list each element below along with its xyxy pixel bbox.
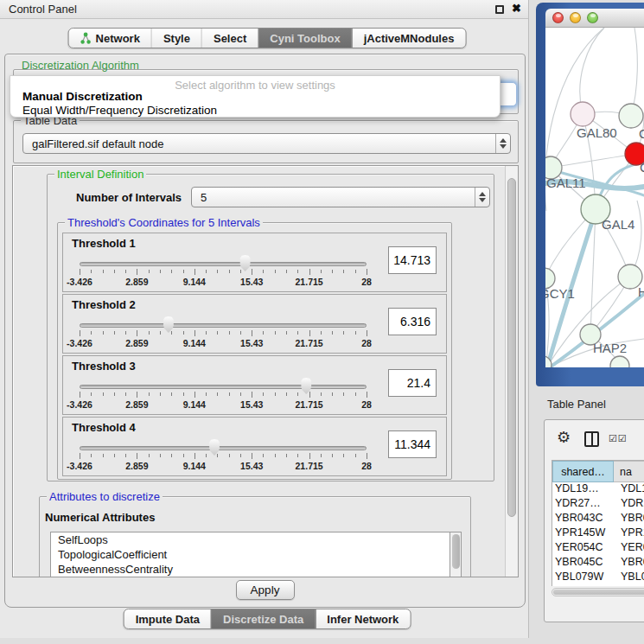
table-panel-title: Table Panel xyxy=(547,398,606,411)
slider-track[interactable] xyxy=(80,446,367,450)
close-icon[interactable]: ✖ xyxy=(512,2,521,15)
apply-button[interactable]: Apply xyxy=(236,580,295,600)
slider-track[interactable] xyxy=(80,323,367,328)
threshold-value-field[interactable]: 11.344 xyxy=(388,430,437,458)
cyni-toolbox-panel: Discretization Algorithm Select algorith… xyxy=(4,54,526,608)
tab-style[interactable]: Style xyxy=(151,29,201,48)
slider-tick xyxy=(309,269,310,275)
slider-tick xyxy=(149,270,150,273)
attribute-list-item[interactable]: BetweennessCentrality xyxy=(51,562,450,577)
tab-impute-data[interactable]: Impute Data xyxy=(124,609,211,628)
table-row[interactable]: YER054CYER0 xyxy=(552,541,644,556)
table-row[interactable]: YPR145WYPR1 xyxy=(552,526,644,541)
slider-tick xyxy=(91,331,92,335)
threshold-value-field[interactable]: 14.713 xyxy=(388,246,437,274)
attributes-list-scrollbar[interactable] xyxy=(450,532,462,577)
slider-tick xyxy=(367,453,367,459)
number-of-intervals-combobox[interactable]: 5 xyxy=(191,187,490,207)
algorithm-option-manual[interactable]: Manual Discretization xyxy=(22,90,143,103)
attributes-group: Attributes to discretize Numerical Attri… xyxy=(39,496,471,577)
numerical-attributes-label: Numerical Attributes xyxy=(45,511,155,524)
select-columns-icon[interactable] xyxy=(584,431,599,447)
slider-tick xyxy=(240,454,241,457)
slider-tick-label: 9.144 xyxy=(183,461,206,471)
gear-icon[interactable]: ⚙ xyxy=(557,430,571,445)
table-row[interactable]: YBR043CYBR0 xyxy=(552,512,644,526)
node-clipped-top-right[interactable] xyxy=(619,104,643,128)
slider-track[interactable] xyxy=(80,262,367,266)
table-row[interactable]: YBL079WYBL0 xyxy=(552,571,644,585)
network-canvas[interactable]: GAL80 GA C GAL11 GAL4 GCY1 H HAP2 xyxy=(545,28,644,367)
network-window-titlebar[interactable] xyxy=(545,9,644,28)
slider-tick xyxy=(332,392,333,396)
slider-tick-label: 21.715 xyxy=(296,399,323,410)
table-data-combobox[interactable]: galFiltered.sif default node xyxy=(22,133,511,154)
algorithm-option-equal-width[interactable]: Equal Width/Frequency Discretization xyxy=(22,104,217,117)
slider-tick xyxy=(367,330,367,336)
table-cell-name: YPR1 xyxy=(614,526,644,541)
slider-tick xyxy=(309,330,310,336)
slider-tick-label: -3.426 xyxy=(67,461,92,471)
close-traffic-light[interactable] xyxy=(552,12,564,23)
scrollbar-thumb[interactable] xyxy=(507,178,516,517)
table-row[interactable]: YBR045CYBR0 xyxy=(552,556,644,571)
zoom-traffic-light[interactable] xyxy=(587,12,598,23)
attribute-list-item[interactable]: TopologicalCoefficient xyxy=(51,547,450,562)
column-header-shared-name[interactable]: shared… xyxy=(552,461,614,482)
numerical-attributes-list[interactable]: SelfLoopsTopologicalCoefficientBetweenne… xyxy=(50,532,450,577)
scrollbar-thumb[interactable] xyxy=(452,534,460,569)
slider-tick xyxy=(171,331,172,335)
slider-tick-label: 15.43 xyxy=(240,338,263,348)
show-all-columns-icon[interactable]: ☑☑ xyxy=(609,433,628,444)
table-row[interactable]: YDL19…YDL1 xyxy=(552,482,644,497)
tab-select[interactable]: Select xyxy=(201,29,258,48)
threshold-slider[interactable]: -3.4262.8599.14415.4321.71528 xyxy=(80,316,367,352)
slider-tick-label: 2.859 xyxy=(125,338,148,348)
slider-track[interactable] xyxy=(80,385,367,389)
slider-tick xyxy=(286,392,287,396)
slider-thumb[interactable] xyxy=(208,439,220,456)
tab-infer-network[interactable]: Infer Network xyxy=(315,609,410,628)
node-table: shared… na YDL19…YDL1YDR27…YDR2YBR043CYB… xyxy=(552,460,644,586)
settings-vertical-scrollbar[interactable] xyxy=(505,166,518,577)
threshold-slider[interactable]: -3.4262.8599.14415.4321.71528 xyxy=(80,438,367,475)
float-window-icon[interactable] xyxy=(495,5,504,14)
slider-tick xyxy=(355,270,356,273)
slider-thumb[interactable] xyxy=(300,378,312,394)
threshold-slider[interactable]: -3.4262.8599.14415.4321.71528 xyxy=(80,254,367,290)
slider-tick xyxy=(217,454,218,457)
slider-tick xyxy=(275,331,276,335)
scrollbar-thumb[interactable] xyxy=(553,590,644,595)
minimize-traffic-light[interactable] xyxy=(570,12,581,23)
tab-cyni-toolbox[interactable]: Cyni Toolbox xyxy=(258,29,351,48)
threshold-value-field[interactable]: 6.316 xyxy=(388,308,437,335)
column-header-name[interactable]: na xyxy=(614,461,644,482)
table-row[interactable]: YDR27…YDR2 xyxy=(552,497,644,512)
table-cell-name: YBR0 xyxy=(614,512,644,526)
table-row[interactable]: YLR345WYLR3 xyxy=(552,585,644,586)
threshold-label: Threshold 2 xyxy=(72,298,136,311)
slider-thumb[interactable] xyxy=(163,316,175,333)
top-tab-bar: Network Style Select Cyni Toolbox jActiv… xyxy=(68,28,467,48)
slider-tick xyxy=(355,392,356,396)
tab-discretize-data-label: Discretize Data xyxy=(223,613,303,626)
tab-network[interactable]: Network xyxy=(69,29,151,48)
control-panel-titlebar: Control Panel ✖ xyxy=(0,0,528,19)
threshold-value-field[interactable]: 21.4 xyxy=(388,369,437,397)
slider-tick xyxy=(114,392,115,396)
slider-tick xyxy=(286,454,287,457)
node-gal80[interactable] xyxy=(571,102,595,126)
slider-tick xyxy=(137,453,137,459)
table-rows: YDL19…YDL1YDR27…YDR2YBR043CYBR0YPR145WYP… xyxy=(552,482,644,586)
slider-tick xyxy=(91,270,92,273)
attribute-list-item[interactable]: SelfLoops xyxy=(51,532,450,547)
node-partial-bottom[interactable] xyxy=(610,356,629,367)
table-cell-name: YDR2 xyxy=(614,497,644,512)
threshold-slider[interactable]: -3.4262.8599.14415.4321.71528 xyxy=(80,377,367,413)
slider-tick xyxy=(217,331,218,335)
tab-jactivemnodules[interactable]: jActiveMNodules xyxy=(352,29,466,48)
slider-tick xyxy=(275,392,276,396)
slider-tick xyxy=(183,331,184,335)
tab-discretize-data[interactable]: Discretize Data xyxy=(211,609,315,628)
table-horizontal-scrollbar[interactable] xyxy=(552,588,644,596)
